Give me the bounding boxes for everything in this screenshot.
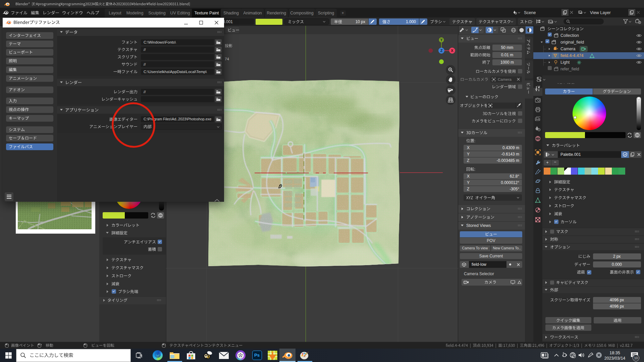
svg-text:Y: Y: [440, 38, 443, 42]
